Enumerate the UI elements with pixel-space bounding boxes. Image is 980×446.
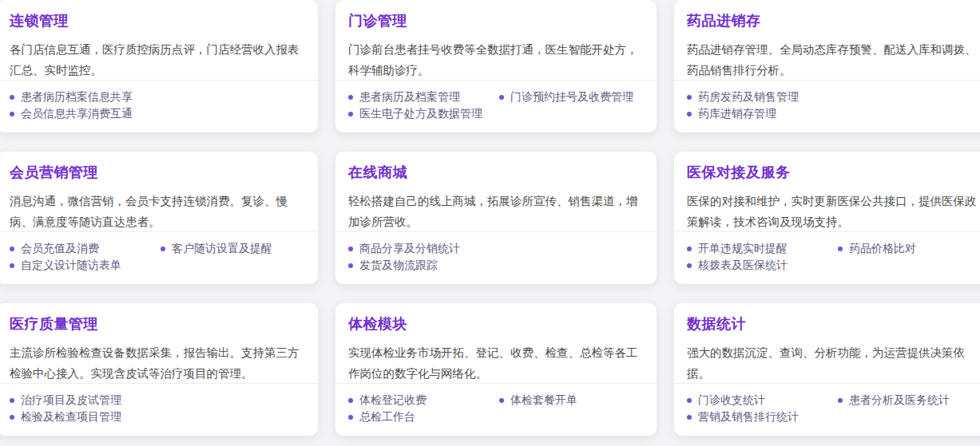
bullet-dot-icon	[687, 112, 692, 116]
feature-card: 医保对接及服务 医保的对接和维护，实时更新医保公共接口，提供医保政策解读，技术咨…	[674, 152, 980, 284]
bullet-dot-icon	[348, 112, 353, 116]
bullet-dot-icon	[687, 263, 692, 268]
card-divider	[335, 231, 657, 232]
bullet-dot-icon	[348, 398, 353, 403]
feature-card-title: 医疗质量管理	[10, 314, 305, 334]
feature-bullet-list: 会员充值及消费自定义设计随访表单客户随访设置及提醒	[10, 240, 311, 274]
bullet-item: 治疗项目及皮试管理	[10, 392, 161, 409]
bullet-label: 药房发药及销售管理	[698, 89, 799, 105]
bullet-column: 开单违规实时提醒核拨表及医保统计	[687, 240, 838, 274]
bullet-item: 客户随访设置及提醒	[161, 240, 311, 257]
bullet-label: 医生电子处方及数据管理	[359, 105, 482, 122]
bullet-item: 医生电子处方及数据管理	[348, 105, 499, 122]
bullet-dot-icon	[10, 263, 14, 268]
bullet-dot-icon	[348, 415, 353, 420]
feature-card: 在线商城 轻松搭建自己的线上商城，拓展诊所宣传、销售渠道，增加诊所营收。 商品分…	[335, 152, 657, 284]
feature-bullet-list: 治疗项目及皮试管理检验及检查项目管理	[10, 392, 311, 425]
bullet-label: 发货及物流跟踪	[359, 257, 438, 274]
bullet-dot-icon	[348, 95, 353, 100]
bullet-dot-icon	[499, 398, 504, 403]
bullet-column: 药品价格比对	[838, 240, 980, 274]
feature-bullet-list: 商品分享及分销统计发货及物流跟踪	[348, 240, 650, 274]
feature-card-title: 体检模块	[348, 314, 644, 334]
bullet-label: 患者病历及档案管理	[359, 89, 460, 105]
bullet-label: 药品价格比对	[849, 240, 916, 257]
feature-card-title: 门诊管理	[348, 11, 644, 30]
bullet-label: 营销及销售排行统计	[698, 409, 799, 425]
card-divider	[674, 231, 980, 232]
feature-bullet-list: 体检登记收费总检工作台体检套餐开单	[348, 392, 650, 425]
bullet-column: 患者病历及档案管理医生电子处方及数据管理	[348, 89, 499, 122]
feature-bullet-list: 患者病历档案信息共享会员信息共享消费互通	[10, 89, 311, 122]
bullet-label: 核拨表及医保统计	[698, 257, 788, 274]
bullet-label: 总检工作台	[359, 409, 415, 425]
feature-card-title: 数据统计	[687, 314, 980, 334]
bullet-item: 总检工作台	[348, 409, 499, 425]
feature-card: 医疗质量管理 主流诊所检验检查设备数据采集，报告输出。支持第三方检验中心接入。实…	[0, 303, 318, 436]
bullet-column: 门诊收支统计营销及销售排行统计	[687, 392, 838, 425]
feature-card: 连锁管理 各门店信息互通，医疗质控病历点评，门店经营收入报表汇总、实时监控。 患…	[0, 0, 318, 132]
bullet-label: 检验及检查项目管理	[21, 409, 121, 425]
bullet-column: 药房发药及销售管理药库进销存管理	[687, 89, 838, 122]
bullet-item: 门诊预约挂号及收费管理	[499, 89, 650, 105]
bullet-label: 患者病历档案信息共享	[21, 89, 133, 105]
bullet-label: 体检登记收费	[359, 392, 427, 409]
bullet-dot-icon	[687, 398, 692, 403]
card-divider	[0, 231, 318, 232]
bullet-item: 体检登记收费	[348, 392, 499, 409]
bullet-label: 门诊预约挂号及收费管理	[510, 89, 633, 105]
bullet-column: 客户随访设置及提醒	[161, 240, 311, 274]
bullet-item: 体检套餐开单	[499, 392, 650, 409]
bullet-item: 药库进销存管理	[687, 105, 838, 122]
bullet-label: 开单违规实时提醒	[698, 240, 788, 257]
card-divider	[674, 80, 980, 81]
bullet-column: 治疗项目及皮试管理检验及检查项目管理	[10, 392, 161, 425]
card-divider	[335, 80, 657, 81]
features-grid: 连锁管理 各门店信息互通，医疗质控病历点评，门店经营收入报表汇总、实时监控。 患…	[0, 0, 980, 436]
card-divider	[335, 383, 657, 384]
bullet-label: 客户随访设置及提醒	[172, 240, 272, 257]
feature-card-title: 连锁管理	[10, 11, 305, 30]
feature-card-description: 实现体检业务市场开拓、登记、收费、检查、总检等各工作岗位的数字化与网络化。	[348, 342, 644, 384]
bullet-dot-icon	[10, 247, 14, 251]
bullet-label: 治疗项目及皮试管理	[21, 392, 121, 409]
bullet-dot-icon	[687, 415, 692, 420]
bullet-dot-icon	[838, 398, 843, 403]
feature-card-description: 各门店信息互通，医疗质控病历点评，门店经营收入报表汇总、实时监控。	[10, 39, 305, 81]
feature-card-title: 在线商城	[348, 163, 644, 182]
bullet-item: 检验及检查项目管理	[10, 409, 161, 425]
feature-card-title: 药品进销存	[687, 11, 980, 30]
feature-bullet-list: 开单违规实时提醒核拨表及医保统计药品价格比对	[687, 240, 980, 274]
feature-bullet-list: 门诊收支统计营销及销售排行统计患者分析及医务统计	[687, 392, 980, 425]
bullet-item: 发货及物流跟踪	[348, 257, 499, 274]
bullet-column: 体检登记收费总检工作台	[348, 392, 499, 425]
bullet-item: 患者病历档案信息共享	[10, 89, 161, 105]
bullet-label: 患者分析及医务统计	[849, 392, 950, 409]
bullet-column: 门诊预约挂号及收费管理	[499, 89, 650, 122]
feature-bullet-list: 药房发药及销售管理药库进销存管理	[687, 89, 980, 122]
bullet-dot-icon	[687, 95, 692, 100]
feature-card-description: 消息沟通，微信营销，会员卡支持连锁消费。复诊、慢病、满意度等随访直达患者。	[10, 191, 305, 232]
bullet-dot-icon	[10, 112, 14, 116]
bullet-dot-icon	[161, 247, 165, 251]
bullet-column	[499, 240, 650, 274]
bullet-column: 体检套餐开单	[499, 392, 650, 425]
bullet-item: 会员信息共享消费互通	[10, 105, 161, 122]
bullet-dot-icon	[499, 95, 504, 100]
bullet-item: 患者病历及档案管理	[348, 89, 499, 105]
bullet-dot-icon	[10, 415, 14, 420]
feature-card-description: 门诊前台患者挂号收费等全数据打通，医生智能开处方，科学辅助诊疗。	[348, 39, 644, 81]
feature-card-title: 会员营销管理	[10, 163, 305, 182]
bullet-column: 会员充值及消费自定义设计随访表单	[10, 240, 161, 274]
feature-card-description: 强大的数据沉淀、查询、分析功能，为运营提供决策依据。	[687, 342, 980, 384]
card-divider	[0, 80, 318, 81]
feature-card-description: 医保的对接和维护，实时更新医保公共接口，提供医保政策解读，技术咨询及现场支持。	[687, 191, 980, 232]
card-divider	[674, 383, 980, 384]
bullet-dot-icon	[10, 95, 14, 100]
bullet-label: 自定义设计随访表单	[21, 257, 121, 274]
bullet-item: 患者分析及医务统计	[838, 392, 980, 409]
feature-card: 数据统计 强大的数据沉淀、查询、分析功能，为运营提供决策依据。 门诊收支统计营销…	[674, 303, 980, 436]
bullet-label: 会员充值及消费	[21, 240, 99, 257]
bullet-label: 门诊收支统计	[698, 392, 765, 409]
feature-bullet-list: 患者病历及档案管理医生电子处方及数据管理门诊预约挂号及收费管理	[348, 89, 650, 122]
